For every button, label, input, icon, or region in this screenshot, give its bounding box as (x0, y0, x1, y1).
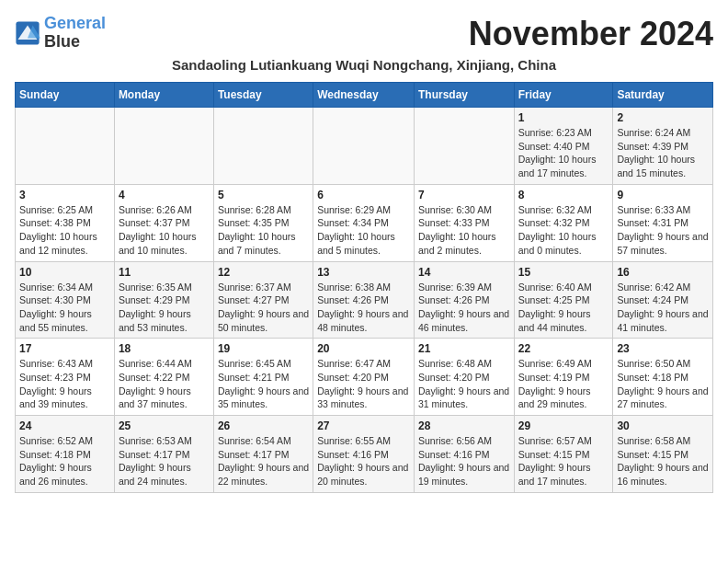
day-number: 13 (317, 266, 410, 279)
calendar-cell: 13Sunrise: 6:38 AMSunset: 4:26 PMDayligh… (313, 261, 415, 339)
day-info: Sunrise: 6:28 AMSunset: 4:35 PMDaylight:… (218, 203, 309, 258)
calendar-cell: 29Sunrise: 6:57 AMSunset: 4:15 PMDayligh… (514, 416, 613, 493)
weekday-header-saturday: Saturday (613, 83, 713, 108)
day-number: 27 (317, 419, 410, 432)
day-info: Sunrise: 6:45 AMSunset: 4:21 PMDaylight:… (218, 357, 309, 411)
day-number: 17 (19, 342, 110, 355)
day-info: Sunrise: 6:35 AMSunset: 4:29 PMDaylight:… (119, 281, 210, 335)
calendar-cell: 4Sunrise: 6:26 AMSunset: 4:37 PMDaylight… (114, 184, 213, 261)
day-number: 9 (617, 189, 709, 201)
calendar-table: SundayMondayTuesdayWednesdayThursdayFrid… (15, 82, 713, 493)
day-info: Sunrise: 6:25 AMSunset: 4:38 PMDaylight:… (19, 203, 110, 258)
day-info: Sunrise: 6:24 AMSunset: 4:39 PMDaylight:… (617, 126, 709, 180)
day-number: 12 (218, 266, 309, 279)
calendar-cell: 16Sunrise: 6:42 AMSunset: 4:24 PMDayligh… (613, 261, 713, 339)
calendar-cell: 14Sunrise: 6:39 AMSunset: 4:26 PMDayligh… (414, 261, 514, 339)
day-info: Sunrise: 6:26 AMSunset: 4:37 PMDaylight:… (119, 203, 210, 258)
day-info: Sunrise: 6:30 AMSunset: 4:33 PMDaylight:… (418, 203, 510, 258)
weekday-header-thursday: Thursday (414, 83, 514, 108)
day-info: Sunrise: 6:52 AMSunset: 4:18 PMDaylight:… (19, 434, 110, 488)
day-number: 11 (119, 266, 210, 279)
month-title: November 2024 (469, 15, 713, 53)
day-number: 20 (317, 342, 410, 355)
calendar-cell: 1Sunrise: 6:23 AMSunset: 4:40 PMDaylight… (514, 108, 613, 185)
calendar-cell: 20Sunrise: 6:47 AMSunset: 4:20 PMDayligh… (313, 339, 415, 416)
day-number: 21 (418, 342, 510, 355)
day-number: 25 (119, 419, 210, 432)
day-number: 15 (518, 266, 609, 279)
weekday-header-wednesday: Wednesday (313, 83, 415, 108)
day-number: 14 (418, 266, 510, 279)
day-number: 6 (317, 189, 410, 201)
calendar-cell: 15Sunrise: 6:40 AMSunset: 4:25 PMDayligh… (514, 261, 613, 339)
calendar-cell: 21Sunrise: 6:48 AMSunset: 4:20 PMDayligh… (414, 339, 514, 416)
calendar-cell (313, 108, 415, 185)
weekday-header-friday: Friday (514, 83, 613, 108)
day-number: 10 (19, 266, 110, 279)
calendar-cell: 19Sunrise: 6:45 AMSunset: 4:21 PMDayligh… (213, 339, 313, 416)
day-info: Sunrise: 6:48 AMSunset: 4:20 PMDaylight:… (418, 357, 510, 411)
day-info: Sunrise: 6:50 AMSunset: 4:18 PMDaylight:… (617, 357, 709, 411)
day-info: Sunrise: 6:40 AMSunset: 4:25 PMDaylight:… (518, 281, 609, 335)
day-number: 23 (617, 342, 709, 355)
day-info: Sunrise: 6:42 AMSunset: 4:24 PMDaylight:… (617, 281, 709, 335)
day-info: Sunrise: 6:29 AMSunset: 4:34 PMDaylight:… (317, 203, 410, 258)
calendar-cell: 30Sunrise: 6:58 AMSunset: 4:15 PMDayligh… (613, 416, 713, 493)
day-number: 28 (418, 419, 510, 432)
day-info: Sunrise: 6:58 AMSunset: 4:15 PMDaylight:… (617, 434, 709, 488)
day-number: 29 (518, 419, 609, 432)
day-info: Sunrise: 6:49 AMSunset: 4:19 PMDaylight:… (518, 357, 609, 411)
calendar-cell: 5Sunrise: 6:28 AMSunset: 4:35 PMDaylight… (213, 184, 313, 261)
calendar-cell (213, 108, 313, 185)
weekday-header-tuesday: Tuesday (213, 83, 313, 108)
calendar-cell: 12Sunrise: 6:37 AMSunset: 4:27 PMDayligh… (213, 261, 313, 339)
calendar-cell: 24Sunrise: 6:52 AMSunset: 4:18 PMDayligh… (16, 416, 115, 493)
day-number: 7 (418, 189, 510, 201)
day-info: Sunrise: 6:55 AMSunset: 4:16 PMDaylight:… (317, 434, 410, 488)
day-info: Sunrise: 6:44 AMSunset: 4:22 PMDaylight:… (119, 357, 210, 411)
calendar-cell: 3Sunrise: 6:25 AMSunset: 4:38 PMDaylight… (16, 184, 115, 261)
calendar-cell: 8Sunrise: 6:32 AMSunset: 4:32 PMDaylight… (514, 184, 613, 261)
day-number: 4 (119, 189, 210, 201)
calendar-cell: 11Sunrise: 6:35 AMSunset: 4:29 PMDayligh… (114, 261, 213, 339)
logo-icon (15, 20, 40, 46)
day-number: 30 (617, 419, 709, 432)
calendar-cell (114, 108, 213, 185)
calendar-cell: 26Sunrise: 6:54 AMSunset: 4:17 PMDayligh… (213, 416, 313, 493)
calendar-cell: 23Sunrise: 6:50 AMSunset: 4:18 PMDayligh… (613, 339, 713, 416)
calendar-cell: 22Sunrise: 6:49 AMSunset: 4:19 PMDayligh… (514, 339, 613, 416)
day-info: Sunrise: 6:57 AMSunset: 4:15 PMDaylight:… (518, 434, 609, 488)
day-number: 8 (518, 189, 609, 201)
calendar-cell: 27Sunrise: 6:55 AMSunset: 4:16 PMDayligh… (313, 416, 415, 493)
day-number: 19 (218, 342, 309, 355)
day-info: Sunrise: 6:54 AMSunset: 4:17 PMDaylight:… (218, 434, 309, 488)
day-number: 26 (218, 419, 309, 432)
day-info: Sunrise: 6:34 AMSunset: 4:30 PMDaylight:… (19, 281, 110, 335)
calendar-cell: 17Sunrise: 6:43 AMSunset: 4:23 PMDayligh… (16, 339, 115, 416)
calendar-cell (16, 108, 115, 185)
calendar-cell: 9Sunrise: 6:33 AMSunset: 4:31 PMDaylight… (613, 184, 713, 261)
calendar-cell: 25Sunrise: 6:53 AMSunset: 4:17 PMDayligh… (114, 416, 213, 493)
day-number: 1 (518, 111, 609, 124)
day-number: 22 (518, 342, 609, 355)
calendar-cell: 2Sunrise: 6:24 AMSunset: 4:39 PMDaylight… (613, 108, 713, 185)
day-info: Sunrise: 6:39 AMSunset: 4:26 PMDaylight:… (418, 281, 510, 335)
weekday-header-sunday: Sunday (16, 83, 115, 108)
day-info: Sunrise: 6:47 AMSunset: 4:20 PMDaylight:… (317, 357, 410, 411)
logo: General Blue (15, 15, 106, 52)
day-number: 5 (218, 189, 309, 201)
calendar-cell: 10Sunrise: 6:34 AMSunset: 4:30 PMDayligh… (16, 261, 115, 339)
weekday-header-monday: Monday (114, 83, 213, 108)
calendar-cell (414, 108, 514, 185)
day-number: 16 (617, 266, 709, 279)
day-number: 24 (19, 419, 110, 432)
location-title: Sandaoling Lutiankuang Wuqi Nongchang, X… (15, 57, 713, 73)
calendar-cell: 6Sunrise: 6:29 AMSunset: 4:34 PMDaylight… (313, 184, 415, 261)
day-info: Sunrise: 6:43 AMSunset: 4:23 PMDaylight:… (19, 357, 110, 411)
day-info: Sunrise: 6:33 AMSunset: 4:31 PMDaylight:… (617, 203, 709, 258)
day-info: Sunrise: 6:56 AMSunset: 4:16 PMDaylight:… (418, 434, 510, 488)
day-info: Sunrise: 6:32 AMSunset: 4:32 PMDaylight:… (518, 203, 609, 258)
calendar-cell: 18Sunrise: 6:44 AMSunset: 4:22 PMDayligh… (114, 339, 213, 416)
day-info: Sunrise: 6:23 AMSunset: 4:40 PMDaylight:… (518, 126, 609, 180)
day-info: Sunrise: 6:38 AMSunset: 4:26 PMDaylight:… (317, 281, 410, 335)
